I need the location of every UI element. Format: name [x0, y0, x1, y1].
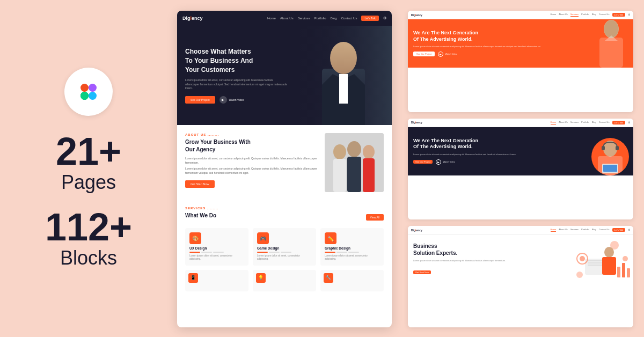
mini-nav-portfolio-1[interactable]: Portfolio — [581, 13, 589, 17]
nav-logo: Digiency — [182, 16, 203, 21]
mini-preview-orange: Digiency Home About Us Services Portfoli… — [408, 11, 633, 112]
mini-watch-video-button-1[interactable]: ▶ Watch Video — [438, 52, 457, 57]
mini-nav-home-3[interactable]: Home — [551, 228, 557, 232]
mini-logo-orange: Digiency — [411, 13, 422, 17]
mini-cta-button-2[interactable]: Let's Talk — [612, 121, 625, 124]
svg-point-20 — [364, 146, 374, 158]
service-card-game: 🎮 Game Design Lorem ipsum dolor sit amet… — [253, 228, 316, 266]
watch-video-button[interactable]: ▶ Watch Video — [219, 96, 244, 104]
svg-rect-13 — [333, 159, 346, 192]
hero-title: Choose What MattersTo Your Business AndY… — [185, 47, 287, 74]
mini-nav-home-2[interactable]: Home — [551, 121, 557, 124]
blocks-number: 112+ — [45, 208, 132, 246]
mini-play-icon-2: ▶ — [436, 159, 441, 165]
ux-name: UX Design — [189, 246, 244, 250]
nav-blog[interactable]: Blog — [331, 17, 337, 20]
mini-settings-icon-2: ⚙ — [628, 121, 630, 124]
figma-logo — [64, 68, 113, 116]
services-grid: 🎨 UX Design Lorem ipsum dolor sit amet, … — [185, 228, 384, 266]
navbar: Digiency Home About Us Services Portfoli… — [177, 11, 392, 26]
blocks-label: Blocks — [45, 246, 132, 269]
mini-hero-dark-content: We Are The Next GenerationOf The Adverti… — [413, 138, 628, 165]
svg-rect-9 — [339, 74, 348, 104]
about-title: Grow Your Business WithOur Agency — [185, 138, 318, 153]
about-section: About Us ........ Grow Your Business Wit… — [177, 125, 392, 200]
service-card-mini-1: 📱 — [185, 270, 248, 291]
mini-watch-video-button-2[interactable]: ▶ Watch Video — [436, 159, 455, 165]
hero-desc: Lorem ipsum dolor sit amet, consectetur … — [185, 78, 287, 91]
mini-cta-button-3[interactable]: Let's Talk — [612, 228, 625, 232]
ux-dots — [189, 252, 244, 253]
mini-nav-services-3[interactable]: Services — [570, 228, 579, 232]
mini-nav-contact-3[interactable]: Contact Us — [599, 228, 610, 232]
mini-icon-2: 💡 — [256, 273, 266, 283]
nav-portfolio[interactable]: Portfolio — [314, 17, 326, 20]
mini-see-project-button-1[interactable]: See Our Project — [413, 52, 435, 56]
see-project-button[interactable]: See Our Project — [185, 96, 215, 104]
mini-nav-blog-1[interactable]: Blog — [592, 13, 596, 17]
ux-desc: Lorem ipsum dolor sit amet, consectetur … — [189, 254, 244, 261]
mini-nav-about-2[interactable]: About Us — [559, 121, 567, 124]
mini-settings-icon-3: ⚙ — [628, 228, 630, 232]
svg-point-8 — [330, 42, 357, 74]
settings-icon: ⚙ — [383, 16, 386, 20]
services-grid-bottom: 📱 💡 🔧 — [185, 270, 384, 291]
graphic-icon: ✏️ — [325, 232, 336, 244]
game-desc: Lorem ipsum dolor sit amet, consectetur … — [257, 254, 312, 261]
graphic-name: Graphic Design — [325, 246, 379, 250]
about-desc-2: Lorem ipsum dolor sit amet, consectetur … — [185, 167, 318, 175]
game-name: Game Design — [257, 246, 312, 250]
services-label: Services ........ — [185, 207, 384, 210]
mini-cta-button-1[interactable]: Let's Talk — [612, 13, 625, 17]
mini-hero-white-title: BusinessSolution Experts. — [413, 243, 628, 257]
mini-nav-contact-2[interactable]: Contact Us — [599, 121, 610, 124]
hero-image — [295, 26, 392, 125]
svg-rect-17 — [363, 158, 375, 192]
svg-rect-15 — [347, 157, 361, 192]
svg-rect-29 — [603, 165, 617, 172]
mini-nav-services-2[interactable]: Services — [570, 121, 579, 124]
mini-nav-home-1[interactable]: Home — [551, 13, 557, 17]
mini-nav-about-1[interactable]: About Us — [559, 13, 567, 17]
about-desc: Lorem ipsum dolor sit amet, consectetur … — [185, 157, 318, 165]
mini-nav-blog-2[interactable]: Blog — [592, 121, 596, 124]
mini-hero-white-desc: Lorem ipsum dolor sit amet consectetur a… — [413, 259, 628, 262]
nav-about[interactable]: About Us — [280, 17, 294, 20]
services-section: Services ........ What We Do View All 🎨 … — [177, 200, 392, 298]
view-all-button[interactable]: View All — [366, 214, 384, 221]
nav-services[interactable]: Services — [298, 17, 310, 20]
mini-nav-portfolio-2[interactable]: Portfolio — [581, 121, 589, 124]
service-card-ux: 🎨 UX Design Lorem ipsum dolor sit amet, … — [185, 228, 248, 266]
svg-point-19 — [348, 142, 360, 156]
center-preview: Digiency Home About Us Services Portfoli… — [177, 11, 392, 327]
mini-preview-white: Digiency Home About Us Services Portfoli… — [408, 226, 633, 327]
mini-hero-white: BusinessSolution Experts. Lorem ipsum do… — [408, 235, 633, 283]
mini-nav-portfolio-3[interactable]: Portfolio — [581, 228, 589, 232]
nav-contact[interactable]: Contact Us — [341, 17, 357, 20]
mini-hero-orange-desc: Lorem ipsum dolor sit amet consectetur a… — [413, 45, 628, 48]
nav-home[interactable]: Home — [267, 17, 276, 20]
graphic-dots — [325, 252, 379, 253]
get-start-button[interactable]: Get Start Now — [185, 180, 215, 188]
mini-hero-orange-content: We Are The Next GenerationOf The Adverti… — [413, 30, 628, 57]
mini-hero-orange-title: We Are The Next GenerationOf The Adverti… — [413, 30, 628, 42]
mini-see-project-button-2[interactable]: See Our Project — [413, 160, 433, 164]
mini-nav-links-white: Home About Us Services Portfolio Blog Co… — [551, 228, 630, 232]
graphic-desc: Lorem ipsum dolor sit amet, consectetur … — [325, 254, 379, 261]
play-icon: ▶ — [219, 96, 227, 104]
about-label: About Us ........ — [185, 133, 318, 136]
mini-nav-blog-3[interactable]: Blog — [592, 228, 596, 232]
mini-play-icon-1: ▶ — [438, 52, 443, 57]
mini-nav-white: Digiency Home About Us Services Portfoli… — [408, 226, 633, 235]
mini-nav-services-1[interactable]: Services — [570, 13, 579, 17]
mini-hero-dark-desc: Lorem ipsum dolor sit amet consectetur a… — [413, 153, 628, 156]
mini-get-start-button[interactable]: Get Start Now — [413, 270, 431, 274]
mini-nav-contact-1[interactable]: Contact Us — [599, 13, 610, 17]
svg-rect-1 — [89, 84, 97, 92]
mini-nav-about-3[interactable]: About Us — [559, 228, 567, 232]
mini-hero-dark-buttons: See Our Project ▶ Watch Video — [413, 159, 628, 165]
hero-content: Choose What MattersTo Your Business AndY… — [177, 39, 295, 112]
mini-nav-orange: Digiency Home About Us Services Portfoli… — [408, 11, 633, 19]
nav-cta-button[interactable]: Let's Talk — [361, 16, 379, 21]
pages-number: 21+ — [56, 132, 121, 171]
